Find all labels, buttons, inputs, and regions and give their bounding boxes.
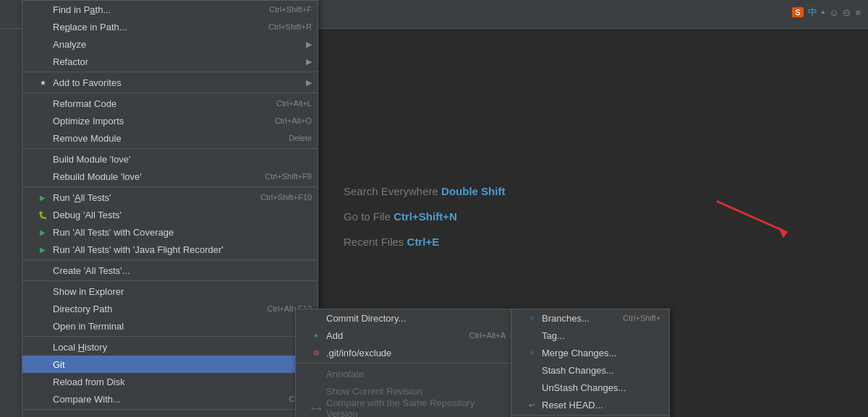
menu-reset-head[interactable]: ↩Reset HEAD...	[511, 396, 669, 413]
menu-open-module-settings[interactable]: Open Module Settings F4	[22, 411, 318, 417]
favorites-arrow: ▶	[306, 78, 312, 87]
reformat-icon	[37, 98, 48, 109]
find-in-path-icon	[37, 4, 48, 15]
menu-run-coverage[interactable]: ▶Run 'All Tests' with Coverage	[22, 223, 318, 241]
history-icon	[37, 341, 48, 353]
menu-remove-module[interactable]: Remove Module Delete	[22, 129, 318, 147]
dot-icon: •	[822, 7, 825, 18]
compare-repo-icon: ⟷	[310, 403, 322, 414]
module-settings-icon	[37, 414, 48, 417]
chinese-icon: 中	[808, 6, 817, 19]
menu-annotate[interactable]: Annotate	[296, 365, 511, 382]
tag-icon	[526, 330, 537, 341]
search-everywhere-shortcut: Double Shift	[441, 185, 505, 197]
menu-build-module[interactable]: Build Module 'love'	[22, 150, 318, 168]
terminal-icon	[37, 320, 48, 332]
svg-line-0	[717, 201, 788, 232]
explorer-icon	[37, 285, 48, 297]
svg-marker-1	[778, 226, 787, 238]
reload-icon	[37, 376, 48, 387]
menu-git[interactable]: Git ▶	[22, 356, 318, 373]
menu-refactor[interactable]: Refactor ▶	[22, 53, 318, 70]
menu-reformat-code[interactable]: Reformat Code Ctrl+Alt+L	[22, 95, 318, 112]
remove-module-icon	[37, 132, 48, 144]
optimize-icon	[37, 115, 48, 126]
menu-reload-from-disk[interactable]: Reload from Disk	[22, 373, 318, 390]
menu-rebuild-module[interactable]: Rebuild Module 'love' Ctrl+Shift+F9	[22, 168, 318, 185]
separator-4	[22, 186, 318, 187]
separator-6	[22, 280, 318, 281]
menu-replace-in-path[interactable]: Replace in Path... Ctrl+Shift+R	[22, 18, 318, 35]
refactor-arrow: ▶	[306, 57, 312, 66]
menu-tag[interactable]: Tag...	[511, 327, 669, 344]
menu-create-all-tests[interactable]: Create 'All Tests'...	[22, 262, 318, 279]
separator-7	[22, 336, 318, 337]
separator-2	[22, 93, 318, 93]
git-icon	[37, 358, 48, 370]
branches-icon: ⑂	[526, 312, 537, 324]
favorites-icon: ★	[37, 77, 48, 88]
menu-merge-changes[interactable]: ⑂Merge Changes...	[511, 344, 669, 361]
s-icon: S	[792, 7, 803, 17]
replace-icon	[37, 21, 48, 33]
menu-branches[interactable]: ⑂Branches... Ctrl+Shift+`	[511, 309, 669, 327]
exclude-icon: ⚙	[310, 347, 322, 358]
menu-show-in-explorer[interactable]: Show in Explorer	[22, 283, 318, 300]
menu-debug-all-tests[interactable]: 🐛Debug 'All Tests'	[22, 206, 318, 223]
menu-git-exclude[interactable]: ⚙.git/info/exclude	[296, 344, 511, 361]
menu-run-all-tests[interactable]: ▶Run 'All Tests' Ctrl+Shift+F10	[22, 189, 318, 206]
context-menu-git: Commit Directory... +Add Ctrl+Alt+A ⚙.gi…	[295, 309, 512, 417]
add-icon: +	[310, 330, 322, 341]
refactor-icon	[37, 56, 48, 67]
context-menu-level1: Find in Path... Ctrl+Shift+F Replace in …	[22, 0, 318, 417]
run-icon: ▶	[37, 192, 48, 203]
annotate-icon	[310, 368, 322, 379]
recent-files-shortcut: Ctrl+E	[407, 236, 440, 248]
analyze-arrow: ▶	[306, 40, 312, 49]
run-coverage-icon: ▶	[37, 226, 48, 238]
top-right-icons: S 中 • ☺ ⊙ ≡	[792, 6, 861, 19]
context-menu-repository: ⑂Branches... Ctrl+Shift+` Tag... ⑂Merge …	[511, 309, 670, 417]
stash-icon	[526, 364, 537, 376]
separator-8	[22, 409, 318, 410]
unstash-icon	[526, 382, 537, 393]
run-jfr-icon: ▶	[37, 244, 48, 255]
separator-5	[22, 259, 318, 260]
menu-directory-path[interactable]: Directory Path Ctrl+Alt+F12	[22, 300, 318, 317]
menu-compare-same-repo[interactable]: ⟷Compare with the Same Repository Versio…	[296, 400, 511, 417]
rebuild-icon	[37, 171, 48, 182]
menu-unstash-changes[interactable]: UnStash Changes...	[511, 379, 669, 396]
create-tests-icon	[37, 265, 48, 276]
menu-commit-directory[interactable]: Commit Directory...	[296, 309, 511, 327]
menu-run-jfr[interactable]: ▶Run 'All Tests' with 'Java Flight Recor…	[22, 241, 318, 258]
menu-local-history[interactable]: Local History ▶	[22, 338, 318, 356]
git-sep-1	[296, 363, 511, 364]
separator-3	[22, 148, 318, 149]
search-everywhere-text: Search Everywhere	[344, 185, 438, 197]
repo-sep-1	[511, 415, 669, 416]
menu-find-in-path[interactable]: Find in Path... Ctrl+Shift+F	[22, 1, 318, 18]
separator-1	[22, 72, 318, 72]
commit-icon	[310, 312, 322, 324]
menu-analyze[interactable]: Analyze ▶	[22, 35, 318, 53]
go-to-file-text: Go to File	[344, 210, 391, 223]
merge-icon: ⑂	[526, 347, 537, 358]
revision-icon	[310, 385, 322, 397]
menu-stash-changes[interactable]: Stash Changes...	[511, 361, 669, 379]
menu-optimize-imports[interactable]: Optimize Imports Ctrl+Alt+O	[22, 112, 318, 129]
menu-icon: ≡	[855, 7, 861, 18]
menu-add-to-favorites[interactable]: ★Add to Favorites ▶	[22, 74, 318, 91]
directory-icon	[37, 303, 48, 314]
compare-icon	[37, 393, 48, 405]
menu-open-in-terminal[interactable]: Open in Terminal	[22, 317, 318, 335]
debug-icon: 🐛	[37, 209, 48, 220]
menu-add[interactable]: +Add Ctrl+Alt+A	[296, 327, 511, 344]
menu-compare-with[interactable]: Compare With... Ctrl+D	[22, 390, 318, 408]
recent-files-text: Recent Files	[344, 236, 404, 248]
red-arrow	[709, 188, 803, 246]
circle-icon: ⊙	[843, 7, 851, 18]
analyze-icon	[37, 38, 48, 50]
reset-icon: ↩	[526, 399, 537, 410]
build-icon	[37, 153, 48, 165]
go-to-file-shortcut: Ctrl+Shift+N	[393, 210, 457, 223]
